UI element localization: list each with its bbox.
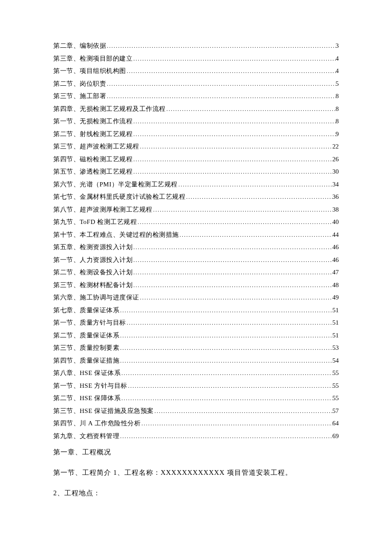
toc-entry: 第四节、质量保证措施54 <box>53 357 339 364</box>
toc-entry-label: 第四节、川 A 工作危险性分析 <box>53 420 141 427</box>
toc-entry-page: 51 <box>332 320 339 326</box>
toc-entry-label: 第七章、质量保证体系 <box>53 307 119 314</box>
toc-entry-label: 第三节、施工部署 <box>53 93 106 99</box>
toc-entry-label: 第三节、检测材料配备计划 <box>53 282 133 288</box>
toc-leader-dots <box>106 81 336 87</box>
toc-leader-dots <box>185 194 332 200</box>
toc-entry-label: 第八章、HSE 保证体系 <box>53 370 121 376</box>
toc-entry-label: 第四节、质量保证措施 <box>53 357 119 364</box>
toc-entry-page: 55 <box>332 395 339 401</box>
body-line-1: 第一节、工程简介 1、工程名称：XXXXXXXXXXXX 项目管道安装工程。 <box>53 466 339 479</box>
toc-entry-label: 第三章、检测项目部的建立 <box>53 55 133 62</box>
body-text: 第一章、工程概况 第一节、工程简介 1、工程名称：XXXXXXXXXXXX 项目… <box>53 445 339 500</box>
toc-entry-page: 53 <box>332 345 339 351</box>
toc-entry: 第二节、HSE 保障体系55 <box>53 395 339 401</box>
toc-entry-page: 55 <box>332 370 339 376</box>
toc-entry-label: 第五节、渗透检测工艺规程 <box>53 169 133 175</box>
toc-entry: 第九节、ToFD 检测工艺规程40 <box>53 219 339 225</box>
toc-entry-label: 第七节、金属材料里氏硬度计试验检工艺规程 <box>53 194 185 200</box>
toc-leader-dots <box>133 169 332 174</box>
toc-leader-dots <box>178 182 332 187</box>
toc-entry-label: 第三节、超声波检测工艺规程 <box>53 143 139 150</box>
toc-leader-dots <box>133 257 332 263</box>
toc-entry-page: 49 <box>332 294 339 301</box>
toc-entry-page: 8 <box>336 93 339 99</box>
toc-entry: 第三节、检测材料配备计划48 <box>53 282 339 288</box>
toc-entry-page: 30 <box>332 169 339 175</box>
toc-entry: 第四节、磁粉检测工艺规程26 <box>53 156 339 163</box>
toc-leader-dots <box>153 207 333 212</box>
toc-leader-dots <box>179 232 333 238</box>
toc-entry-page: 9 <box>336 131 339 137</box>
toc-entry-page: 44 <box>332 232 339 238</box>
toc-entry-label: 第三节、质量控制要素 <box>53 345 119 351</box>
toc-entry: 第一节、HSE 方针与目标55 <box>53 383 339 389</box>
toc-entry-page: 8 <box>336 118 339 125</box>
toc-entry: 第十节、本工程难点、关键过程的检测措施44 <box>53 232 339 238</box>
toc-entry: 第九章、文档资料管理69 <box>53 433 339 439</box>
toc-entry: 第三章、检测项目部的建立4 <box>53 55 339 62</box>
toc-leader-dots <box>133 244 332 250</box>
toc-entry-label: 第二节、质量保证体系 <box>53 332 119 339</box>
toc-entry-label: 第二节、HSE 保障体系 <box>53 395 121 401</box>
toc-entry: 第八章、HSE 保证体系55 <box>53 370 339 376</box>
toc-leader-dots <box>106 43 336 49</box>
toc-leader-dots <box>106 93 336 99</box>
toc-entry-page: 34 <box>332 181 339 188</box>
toc-leader-dots <box>126 68 336 74</box>
toc-leader-dots <box>139 144 333 149</box>
toc-entry: 第二节、检测设备投入计划47 <box>53 269 339 276</box>
toc-entry: 第一节、无损检测工作流程8 <box>53 118 339 125</box>
toc-entry-label: 第六章、施工协调与进度保证 <box>53 294 139 301</box>
toc-entry-page: 8 <box>336 106 339 112</box>
toc-entry-label: 第一节、质量方针与目标 <box>53 320 126 326</box>
toc-entry: 第二节、岗位职责5 <box>53 81 339 87</box>
toc-entry-page: 51 <box>332 332 339 339</box>
toc-entry-page: 51 <box>332 307 339 314</box>
toc-leader-dots <box>133 270 332 275</box>
toc-entry-page: 55 <box>332 383 339 389</box>
body-line-2: 2、工程地点： <box>53 486 339 500</box>
toc-entry-page: 38 <box>332 206 339 213</box>
toc-leader-dots <box>154 408 332 414</box>
toc-entry-page: 22 <box>332 143 339 150</box>
toc-entry: 第三节、质量控制要素53 <box>53 345 339 351</box>
toc-leader-dots <box>141 421 332 426</box>
toc-entry-page: 36 <box>332 194 339 200</box>
toc-entry-label: 第五章、检测资源投入计划 <box>53 244 133 250</box>
toc-entry: 第三节、超声波检测工艺规程22 <box>53 143 339 150</box>
chapter-heading: 第一章、工程概况 <box>53 445 339 459</box>
toc-entry-label: 第一节、项目组织机构图 <box>53 68 126 74</box>
toc-entry: 第一节、人力资源投入计划46 <box>53 257 339 263</box>
toc-entry-page: 3 <box>336 43 339 49</box>
toc-entry-page: 26 <box>332 156 339 163</box>
toc-entry-label: 第二节、检测设备投入计划 <box>53 269 133 276</box>
toc-entry-label: 第四节、磁粉检测工艺规程 <box>53 156 133 163</box>
toc-container: 第二章、编制依据3第三章、检测项目部的建立4第一节、项目组织机构图4第二节、岗位… <box>53 43 339 439</box>
toc-leader-dots <box>121 395 332 401</box>
toc-entry-label: 第一节、HSE 方针与目标 <box>53 383 127 389</box>
toc-entry: 第二章、编制依据3 <box>53 43 339 49</box>
toc-entry-page: 69 <box>332 433 339 439</box>
toc-entry: 第五节、渗透检测工艺规程30 <box>53 169 339 175</box>
toc-entry-page: 64 <box>332 420 339 427</box>
toc-leader-dots <box>133 157 332 162</box>
toc-entry: 第一节、项目组织机构图4 <box>53 68 339 74</box>
toc-entry-page: 4 <box>336 55 339 62</box>
toc-entry: 第六章、施工协调与进度保证49 <box>53 294 339 301</box>
toc-entry-page: 5 <box>336 81 339 87</box>
toc-entry: 第七节、金属材料里氏硬度计试验检工艺规程36 <box>53 194 339 200</box>
toc-entry: 第一节、质量方针与目标51 <box>53 320 339 326</box>
toc-entry-page: 4 <box>336 68 339 74</box>
toc-entry: 第四章、无损检测工艺规程及工作流程8 <box>53 106 339 112</box>
toc-entry-page: 46 <box>332 244 339 250</box>
toc-entry: 第三节、HSE 保证措施及应急预案57 <box>53 408 339 414</box>
toc-entry-label: 第八节、超声波测厚检测工艺规程 <box>53 206 153 213</box>
toc-entry-label: 第九节、ToFD 检测工艺规程 <box>53 219 137 225</box>
toc-entry-page: 54 <box>332 357 339 364</box>
toc-entry-label: 第四章、无损检测工艺规程及工作流程 <box>53 106 166 112</box>
toc-entry: 第三节、施工部署8 <box>53 93 339 99</box>
toc-entry-page: 57 <box>332 408 339 414</box>
toc-leader-dots <box>119 308 332 313</box>
toc-leader-dots <box>121 370 332 376</box>
